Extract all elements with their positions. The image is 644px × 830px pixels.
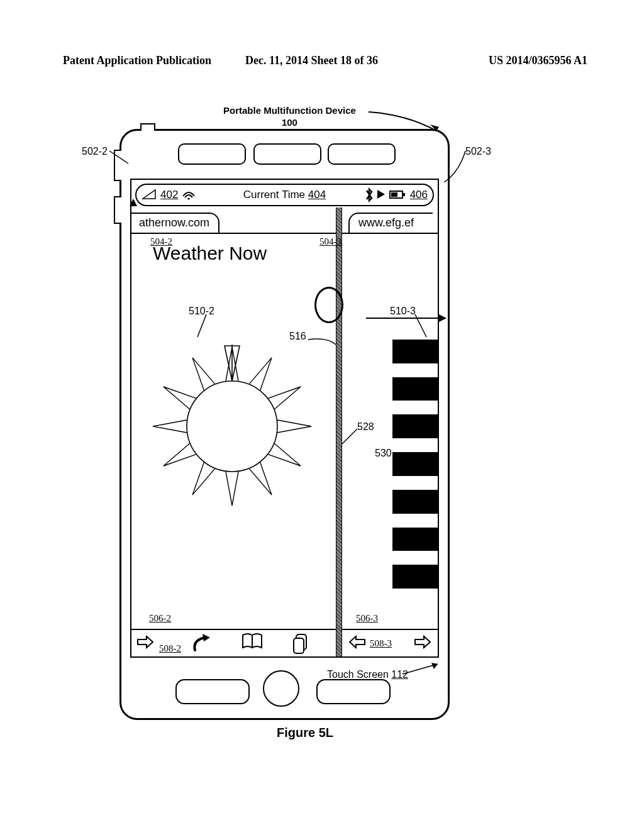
bluetooth-icon <box>365 188 374 202</box>
svg-line-17 <box>402 664 438 674</box>
figure-title: Portable Multifunction Device 100 <box>223 105 356 129</box>
content-bar <box>392 414 439 438</box>
gesture-arrow <box>366 313 448 326</box>
touchscreen-text: Touch Screen <box>327 669 389 680</box>
status-bar: 402 Current Time 404 406 <box>135 184 434 206</box>
svg-marker-10 <box>130 199 137 206</box>
content-bar <box>392 340 439 363</box>
toolbar-left: 508-2 <box>131 629 336 654</box>
svg-marker-2 <box>377 190 385 199</box>
touch-screen[interactable]: 402 Current Time 404 406 <box>130 179 439 658</box>
signal-ref: 402 <box>160 189 178 201</box>
side-button-2 <box>114 196 121 224</box>
leader-516 <box>308 336 340 348</box>
header-left: Patent Application Publication <box>63 54 211 67</box>
arrowhead-402 <box>130 199 138 208</box>
content-bar <box>392 377 439 401</box>
svg-line-11 <box>197 314 206 337</box>
device-body: 402 Current Time 404 406 <box>119 129 450 720</box>
leader-502-2 <box>109 146 135 165</box>
figure-caption: Figure 5L <box>277 726 333 740</box>
back-arrow-icon[interactable] <box>347 635 366 649</box>
time-label: Current Time <box>243 189 305 201</box>
forward-arrow-icon[interactable] <box>414 635 433 649</box>
ref-506-3: 506-3 <box>356 613 378 624</box>
bottom-slot-2 <box>316 679 391 704</box>
page-header: Patent Application Publication Dec. 11, … <box>63 54 581 67</box>
wifi-icon <box>182 190 196 200</box>
top-slot-3 <box>328 143 396 165</box>
battery-icon <box>390 191 406 199</box>
callout-516: 516 <box>289 331 306 342</box>
play-icon <box>377 190 386 200</box>
callout-502-2: 502-2 <box>82 146 108 157</box>
leader-112 <box>402 663 447 682</box>
svg-line-16 <box>395 453 418 455</box>
figure-title-text: Portable Multifunction Device <box>223 105 356 116</box>
toolbar-right: 508-3 <box>342 629 438 654</box>
svg-marker-15 <box>439 314 447 322</box>
svg-rect-5 <box>403 193 405 196</box>
forward-arrow-icon[interactable] <box>136 635 155 649</box>
leader-510-2 <box>197 314 216 340</box>
tabs-icon[interactable] <box>296 634 307 650</box>
battery-ref: 406 <box>410 189 428 201</box>
top-slot-1 <box>178 143 246 165</box>
split-divider[interactable] <box>336 208 342 656</box>
home-button[interactable] <box>263 670 299 707</box>
sun-icon <box>157 351 308 502</box>
leader-530 <box>395 453 420 462</box>
svg-line-13 <box>342 429 357 444</box>
svg-point-1 <box>188 197 190 199</box>
leader-100 <box>369 112 444 137</box>
header-center: Dec. 11, 2014 Sheet 18 of 36 <box>245 54 378 67</box>
leader-502-3 <box>440 147 472 179</box>
svg-rect-4 <box>391 192 397 197</box>
svg-point-6 <box>187 381 277 472</box>
header-right: US 2014/0365956 A1 <box>489 54 587 67</box>
touch-point <box>314 287 343 323</box>
ref-504-3: 504-3 <box>319 236 341 247</box>
content-bar <box>392 565 439 589</box>
book-icon[interactable] <box>242 634 264 650</box>
url-field-right[interactable]: www.efg.ef <box>348 213 433 233</box>
top-physical-tab <box>140 123 155 131</box>
content-bar <box>392 490 439 514</box>
callout-530: 530 <box>375 448 392 459</box>
time-ref: 404 <box>308 189 326 201</box>
right-bars <box>392 337 439 589</box>
leader-528 <box>342 429 361 446</box>
bottom-slot-1 <box>175 679 250 704</box>
figure-title-ref: 100 <box>223 117 356 129</box>
ref-508-3: 508-3 <box>370 638 392 649</box>
browser-pane-left: athernow.com 504-2 Weather Now <box>131 209 336 656</box>
url-field-left[interactable]: athernow.com <box>130 213 219 233</box>
ref-504-2: 504-2 <box>150 236 172 247</box>
callout-touchscreen: Touch Screen 112 <box>327 669 408 680</box>
content-left <box>131 263 336 625</box>
url-bar-right: www.efg.ef <box>342 209 438 234</box>
svg-marker-0 <box>143 190 155 199</box>
share-icon[interactable] <box>191 633 210 651</box>
top-slot-2 <box>253 143 321 165</box>
ref-506-2: 506-2 <box>149 613 171 624</box>
svg-marker-7 <box>203 634 210 641</box>
url-bar-left: athernow.com <box>131 209 336 234</box>
ref-508-2: 508-2 <box>159 643 181 654</box>
svg-line-8 <box>109 151 128 163</box>
content-bar <box>392 528 439 551</box>
signal-icon <box>143 190 157 200</box>
